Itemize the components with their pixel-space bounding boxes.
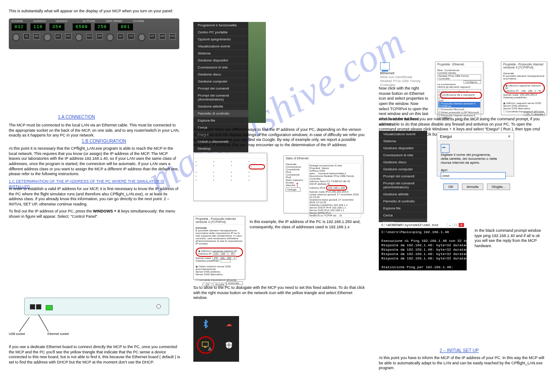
run-description: Digitare il nome del programma, della ca… (441, 153, 498, 165)
ctx-item[interactable]: Prompt dei comandi (379, 173, 427, 180)
mcp-display-ias: 116 (30, 23, 46, 31)
intro-text: This is substantially what will appear o… (9, 9, 180, 14)
ctx-item[interactable]: Gestione dispositivi (193, 57, 248, 64)
run-title: Esegui (440, 134, 452, 139)
advanced-button[interactable]: Avanzate... (226, 281, 243, 285)
mcp-button: N1 (23, 33, 30, 40)
after-tcpip-note: So to allow to the PC to dialogate with … (193, 285, 365, 301)
svg-rect-1 (204, 347, 207, 348)
cancel-button[interactable]: Annulla (462, 183, 483, 190)
maximize-icon[interactable]: □ (453, 223, 458, 227)
ctx-item[interactable]: Programmi e funzionalità (193, 22, 248, 29)
mcp-button: V/S (127, 33, 134, 40)
cloud-sync-icon: ☁ (225, 320, 233, 328)
minimize-icon[interactable]: — (447, 223, 453, 227)
ctx-item[interactable]: Centro PC portatile (193, 29, 248, 36)
cmd-output: C:\Users\Paolo>ping 192.168.1.40 Esecuzi… (379, 228, 467, 298)
ctx-item[interactable]: Gestione computer (379, 166, 427, 173)
mcp-knob (44, 33, 51, 41)
ctx-item[interactable]: Gestione disco (379, 159, 427, 166)
mcp-display-hdg: 354 (49, 23, 65, 31)
defender-icon (225, 341, 233, 349)
mcp-panel-figure: COURSE IAS/MACH HEADING ALTITUDE VERT SP… (9, 18, 179, 49)
ctx-item[interactable]: Sistema (193, 50, 248, 57)
ctx-item[interactable]: Gestione attività (193, 103, 248, 110)
watermark: manualshive.com (140, 19, 413, 202)
mcp-display-vs: 250 (94, 23, 110, 31)
mcp-button: A/P (149, 33, 156, 40)
ctx-item[interactable]: Cerca (379, 212, 427, 219)
mcp-display-course1: 032 (11, 23, 27, 31)
network-warning-icon: ⚠ (201, 341, 210, 349)
tcpip-dialog: Proprietà - Protocollo Internet versione… (193, 216, 245, 280)
mcp-knob (75, 33, 83, 41)
ctx-item[interactable]: Connessioni di rete (193, 64, 248, 71)
section-1c-body1: In order to establish a valid IP address… (9, 187, 180, 207)
mcp-button: SPD (33, 33, 40, 40)
ok-button[interactable]: OK (443, 183, 458, 190)
mcp-label: IAS/MACH (33, 20, 46, 22)
usb-port (30, 304, 35, 309)
ctx-item[interactable]: Connessioni di rete (379, 152, 427, 159)
context-menu2-figure: Visualizzatore eventi Sistema Gestione d… (379, 131, 427, 214)
ctx-item[interactable]: Prompt dei comandi (Amministratore) (193, 92, 248, 103)
mcp-display-course2: 001 (118, 23, 133, 31)
ipv4-properties-figure: Proprietà - Protocollo Internet versione… (501, 61, 547, 115)
ctx-item[interactable]: Visualizzatore eventi (379, 131, 427, 138)
ctx-item[interactable]: Prompt dei comandi (amministratore) (379, 180, 427, 191)
mcp-knob (138, 33, 145, 41)
ctx-item[interactable]: Esplora file (193, 117, 248, 124)
ctx-item[interactable]: Gestione disco (193, 71, 248, 78)
ctx-item-selected[interactable]: Pannello di controllo (193, 110, 248, 117)
mcp-button: ALT (117, 33, 124, 40)
mcp-label: HEADING (56, 20, 68, 22)
leader-line (38, 314, 48, 331)
ctx-item[interactable]: Pannello di controllo (379, 198, 427, 205)
red-arrow-icon: ↑ (295, 180, 299, 189)
section-1b-body: At this point it is necessary that the C… (9, 146, 180, 177)
run-input[interactable] (441, 172, 506, 179)
ethernet-properties-figure: Proprietà - Ethernet Rete Condivisione C… (435, 61, 483, 114)
tray-note: If you use a dedicate Ethernet board to … (9, 345, 180, 365)
cmd-title: C:\WINDOWS\system32\cmd.exe (381, 223, 439, 227)
ctx-item[interactable]: Gestione dispositivi (379, 145, 427, 152)
section-1a-title: 1.A CONNECTION (58, 115, 95, 119)
close-icon[interactable]: ✕ (458, 223, 464, 227)
ethernet-adapter-card: Ethernet Rete non identificata Realtek P… (380, 62, 431, 87)
svg-rect-0 (202, 342, 208, 346)
ctx-item[interactable]: Gestione computer (193, 78, 248, 85)
close-icon[interactable]: ✕ (508, 134, 511, 139)
section-1c-body2: To find out the IP address of your PC, p… (9, 209, 180, 219)
ip-example-note: In this example, the IP address of the P… (250, 219, 365, 230)
section-2-title: 2 – INITIAL SET UP (440, 348, 479, 353)
network-warning-circle: ⚠ (197, 336, 214, 354)
ctx-item[interactable]: Visualizzatore eventi (193, 43, 248, 50)
run-icon (441, 144, 450, 153)
mcp-knob (106, 33, 114, 41)
ethernet-label: Ethernet socket (47, 332, 69, 336)
ctx-item[interactable]: Opzioni spegnimento (193, 36, 248, 43)
port (156, 304, 161, 309)
ctx-item[interactable]: Gestione attività (379, 191, 427, 198)
ctx-item[interactable]: Sistema (379, 138, 427, 145)
mcp-button: APP (96, 33, 103, 40)
after-ctxmenu-note: At this point there are different ways t… (193, 127, 365, 148)
mcp-label: COURSE (133, 20, 144, 22)
mcp-button: CMD (159, 33, 166, 40)
section-1b-title: 1.B CONFIGURATION (82, 139, 126, 144)
mcp-button: CWS (169, 33, 176, 40)
ethernet-port (46, 305, 53, 310)
section-1a-body: The MCP must be connected to the local L… (9, 123, 180, 138)
after-cmd-note: In the black command prompt window type … (475, 228, 547, 249)
usb-label: USB socket (9, 332, 25, 336)
control-panel-figure: •••• •••• •••• •••• •••• (193, 153, 267, 201)
browse-button[interactable]: Sfoglia... (487, 183, 510, 190)
backpanel-figure (24, 298, 169, 315)
mcp-label: ALTITUDE (83, 20, 95, 22)
run-open-label: Apri: (441, 168, 448, 172)
ctx-item[interactable]: Prompt dei comandi (193, 85, 248, 92)
ctx-item[interactable]: Esplora file (379, 205, 427, 212)
tray-figure: ☁ ⚠ (193, 316, 239, 362)
mcp-label: VERT SPEED (106, 20, 123, 22)
context-menu-figure: Programmi e funzionalità Centro PC porta… (193, 22, 266, 123)
